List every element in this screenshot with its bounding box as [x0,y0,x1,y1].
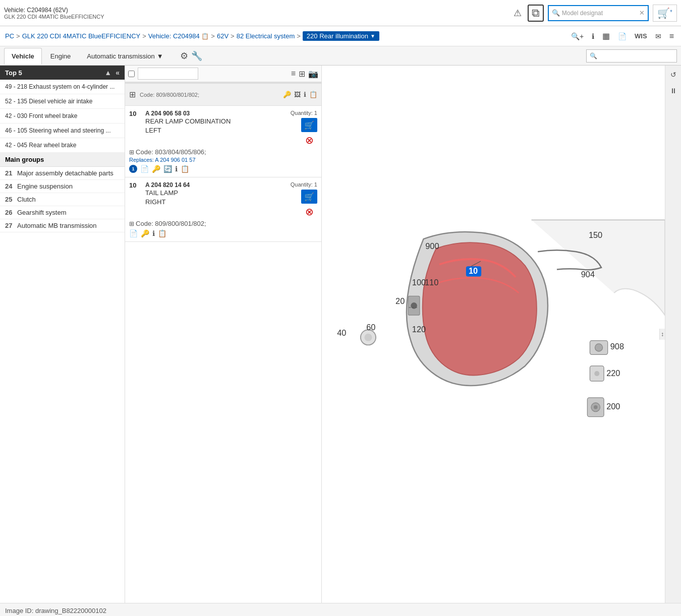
sidebar-item-top5-1[interactable]: 49 - 218 Exhaust system on 4-cylinder ..… [0,80,125,94]
svg-text:900: 900 [425,241,439,251]
component-908: 908 [590,341,624,355]
remove-btn-2[interactable]: ⊗ [301,134,317,146]
group-label-26: Gearshift system [17,209,67,216]
photo-view-icon[interactable]: 📷 [308,69,318,79]
group-label-27: Automatic MB transmission [17,222,97,229]
grid-view-icon[interactable]: ⊞ [299,69,305,79]
select-all-checkbox[interactable] [128,71,135,77]
info-icon[interactable]: ℹ [590,30,596,42]
sidebar-group-26[interactable]: 26 Gearshift system [0,206,125,219]
zoom-in-icon[interactable]: 🔍+ [569,30,586,42]
group-num-26: 26 [5,209,17,216]
component-200: 200 [587,398,620,417]
sidebar: Top 5 ▲ « 49 - 218 Exhaust system on 4-c… [0,66,125,603]
list-view-icon[interactable]: ≡ [291,69,296,78]
tools-icon[interactable]: 🔧 [191,50,202,61]
tab-engine[interactable]: Engine [43,48,78,64]
part-info-icon-prev[interactable]: ℹ [304,91,306,98]
svg-point-17 [595,344,602,351]
svg-text:110: 110 [425,278,438,287]
part-qty-2: Quantity: 1 [291,110,317,116]
add-to-cart-btn-3[interactable]: 🛒 [301,190,317,204]
svg-text:40: 40 [337,328,346,337]
part-replaces-2: Replaces: A 204 906 01 57 [129,157,317,163]
part-clip-icon-2[interactable]: 📋 [181,165,189,173]
group-label-25: Clutch [17,196,36,203]
part-doc-icon-2[interactable]: 📄 [140,165,149,173]
sidebar-item-top5-4[interactable]: 46 - 105 Steering wheel and steering ... [0,124,125,138]
collapse-icon[interactable]: ▲ [104,69,111,77]
group-label-21: Major assembly detachable parts [17,169,114,177]
sidebar-item-top5-5[interactable]: 42 - 045 Rear wheel brake [0,138,125,153]
part-entry-3: 10 A 204 820 14 64 TAIL LAMP RIGHT Quant… [125,177,321,242]
cart-button[interactable]: 🛒+ [653,5,677,22]
part-qty-3: Quantity: 1 [291,181,317,188]
filter-icon[interactable]: ▦ [600,29,612,43]
group-num-27: 27 [5,222,17,229]
part-details-3: A 204 820 14 64 TAIL LAMP RIGHT [145,181,287,207]
remove-btn-3[interactable]: ⊗ [301,206,317,218]
breadcrumb-62v[interactable]: 62V [217,32,229,40]
tab-automatic-transmission[interactable]: Automatic transmission ▼ [79,48,171,64]
clear-search-icon[interactable]: ✕ [639,9,645,17]
svg-point-1 [411,302,417,309]
sidebar-group-24[interactable]: 24 Engine suspension [0,180,125,193]
part-clip-icon-3[interactable]: 📋 [158,229,166,237]
part-pos-2: 10 [129,110,141,117]
part-entry-1: ⊞ Code: 809/800/801/802; 🔑 🖼 ℹ 📋 [125,82,321,106]
svg-point-3 [364,334,372,341]
grid-icon-3: ⊞ [129,220,134,227]
double-left-icon[interactable]: « [116,69,120,77]
part-recycle-icon-2[interactable]: 🔄 [163,165,172,173]
lamp-body [361,232,548,386]
part-key-icon-2[interactable]: 🔑 [152,165,160,173]
grid-icon-2: ⊞ [129,149,134,156]
part-info-icon-2[interactable]: ℹ [175,165,178,173]
parts-search-input[interactable] [138,68,198,80]
nav-search: 🔍 [586,49,677,63]
part-clip-icon-prev[interactable]: 📋 [309,91,317,98]
settings-icon[interactable]: ⚙ [180,50,188,61]
sidebar-group-21[interactable]: 21 Major assembly detachable parts [0,167,125,180]
alert-icon[interactable]: ⚠ [512,6,524,21]
rt-btn-1[interactable]: ↺ [666,68,680,82]
zoom-scroll-icon[interactable]: ↕ [661,331,664,338]
part-doc-icon-3[interactable]: 📄 [129,229,138,237]
part-code-3: ⊞ Code: 809/800/801/802; [129,220,317,227]
vehicle-info: Vehicle: C204984 (62V) GLK 220 CDI 4MATI… [4,7,104,20]
tab-vehicle[interactable]: Vehicle [4,48,42,65]
add-to-cart-btn-2[interactable]: 🛒 [301,118,317,132]
document-icon[interactable]: 📄 [616,30,629,42]
group-num-21: 21 [5,169,17,177]
breadcrumb-pc[interactable]: PC [5,32,14,40]
sidebar-group-25[interactable]: 25 Clutch [0,193,125,206]
breadcrumb-model[interactable]: GLK 220 CDI 4MATIC BlueEFFICIENCY [22,32,141,40]
rt-btn-2[interactable]: ⏸ [666,84,680,98]
breadcrumb-active[interactable]: 220 Rear illumination ▼ [303,31,379,41]
part-pos-3: 10 [129,181,141,189]
sidebar-item-top5-3[interactable]: 42 - 030 Front wheel brake [0,109,125,124]
part-name-2: REAR LAMP COMBINATION LEFT [145,117,287,135]
part-details-2: A 204 906 58 03 REAR LAMP COMBINATION LE… [145,110,287,135]
mail-icon[interactable]: ✉ [653,30,663,42]
menu-icon[interactable]: ≡ [667,30,676,43]
model-search-box: 🔍 ✕ [548,5,649,21]
breadcrumb-vehicle[interactable]: Vehicle: C204984 📋 [148,32,209,40]
part-info-icon-3[interactable]: ℹ [152,229,155,237]
part-key-icon-3[interactable]: 🔑 [141,229,149,237]
part-actions-2: Quantity: 1 🛒 ⊗ [291,110,317,146]
breadcrumb-electrical[interactable]: 82 Electrical system [237,32,295,40]
part-code-1-prev: Code: 809/800/801/802; [140,92,199,98]
sidebar-items: 49 - 218 Exhaust system on 4-cylinder ..… [0,80,125,603]
sidebar-item-top5-2[interactable]: 52 - 135 Diesel vehicle air intake [0,94,125,109]
nav-search-input[interactable] [599,52,673,59]
search-icon: 🔍 [552,9,560,17]
wis-icon[interactable]: WIS [633,30,649,42]
main-groups-header: Main groups [0,153,125,167]
model-search-input[interactable] [562,10,639,17]
copy-icon[interactable]: ⧉ [528,5,544,22]
sidebar-group-27[interactable]: 27 Automatic MB transmission [0,219,125,232]
svg-text:200: 200 [606,402,620,411]
part-key-icon-prev[interactable]: 🔑 [283,91,291,98]
part-img-icon-prev[interactable]: 🖼 [294,91,301,98]
